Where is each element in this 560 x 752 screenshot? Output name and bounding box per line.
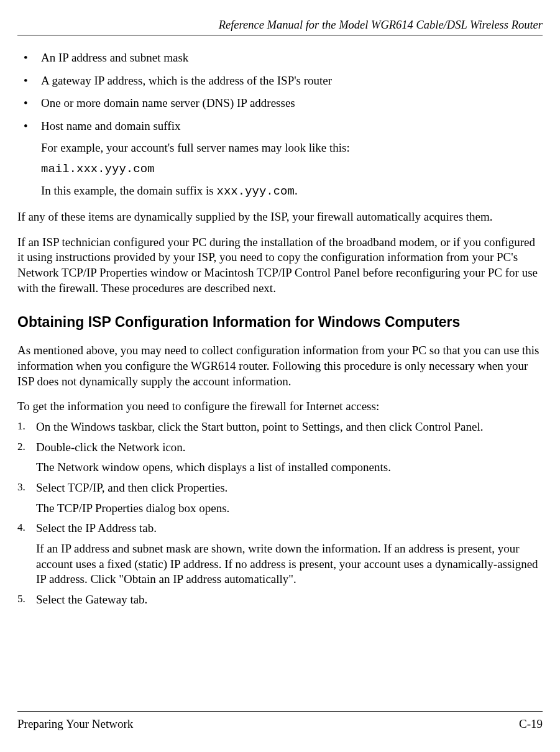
step-text: Select the Gateway tab. [36,592,543,608]
step-content: Double-click the Network icon. The Netwo… [36,440,543,475]
bullet-sub: In this example, the domain suffix is xx… [41,183,543,199]
step-content: Select TCP/IP, and then click Properties… [36,480,543,516]
list-item: 5. Select the Gateway tab. [17,592,543,608]
list-item: 2. Double-click the Network icon. The Ne… [17,440,543,475]
step-number: 2. [17,440,36,475]
list-item: 1. On the Windows taskbar, click the Sta… [17,420,543,435]
bullet-item: • An IP address and subnet mask [24,50,543,66]
bullet-list: • An IP address and subnet mask • A gate… [24,50,543,199]
bullet-marker: • [24,50,41,66]
bullet-item: • A gateway IP address, which is the add… [24,73,543,89]
section-lead: To get the information you need to confi… [17,399,543,415]
list-item: 3. Select TCP/IP, and then click Propert… [17,480,543,516]
bullet-sub: For example, your account's full server … [41,140,543,156]
step-content: On the Windows taskbar, click the Start … [36,420,543,435]
body-paragraph: If an ISP technician configured your PC … [17,235,543,296]
bullet-text: Host name and domain suffix [41,119,543,134]
section-heading: Obtaining ISP Configuration Information … [17,313,543,332]
body-paragraph: If any of these items are dynamically su… [17,209,543,225]
numbered-list: 1. On the Windows taskbar, click the Sta… [17,420,543,608]
bullet-text: A gateway IP address, which is the addre… [41,73,543,89]
bullet-marker: • [24,73,41,89]
inline-code: xxx.yyy.com [217,185,295,198]
step-number: 4. [17,521,36,587]
list-item: 4. Select the IP Address tab. If an IP a… [17,521,543,587]
step-content: Select the Gateway tab. [36,592,543,608]
bullet-text: An IP address and subnet mask [41,50,543,66]
bullet-text: One or more domain name server (DNS) IP … [41,96,543,111]
bullet-marker: • [24,119,41,199]
text-part: In this example, the domain suffix is [41,184,217,197]
step-number: 5. [17,592,36,608]
footer-section: Preparing Your Network [17,717,133,732]
header-title: Reference Manual for the Model WGR614 Ca… [219,19,543,31]
footer-page-number: C-19 [519,717,543,732]
step-text: Double-click the Network icon. [36,440,543,456]
code-example: mail.xxx.yyy.com [41,162,543,177]
page-footer: Preparing Your Network C-19 [17,711,543,732]
step-number: 3. [17,480,36,516]
text-part: . [295,184,298,197]
page-header: Reference Manual for the Model WGR614 Ca… [17,17,543,35]
step-sub: The TCP/IP Properties dialog box opens. [36,501,543,516]
bullet-item: • One or more domain name server (DNS) I… [24,96,543,111]
step-sub: If an IP address and subnet mask are sho… [36,541,543,587]
step-text: On the Windows taskbar, click the Start … [36,420,543,435]
section-intro: As mentioned above, you may need to coll… [17,343,543,389]
bullet-marker: • [24,96,41,111]
step-sub: The Network window opens, which displays… [36,460,543,475]
bullet-item: • Host name and domain suffix For exampl… [24,119,543,199]
step-content: Select the IP Address tab. If an IP addr… [36,521,543,587]
bullet-content: Host name and domain suffix For example,… [41,119,543,199]
step-number: 1. [17,420,36,435]
step-text: Select TCP/IP, and then click Properties… [36,480,543,496]
step-text: Select the IP Address tab. [36,521,543,536]
